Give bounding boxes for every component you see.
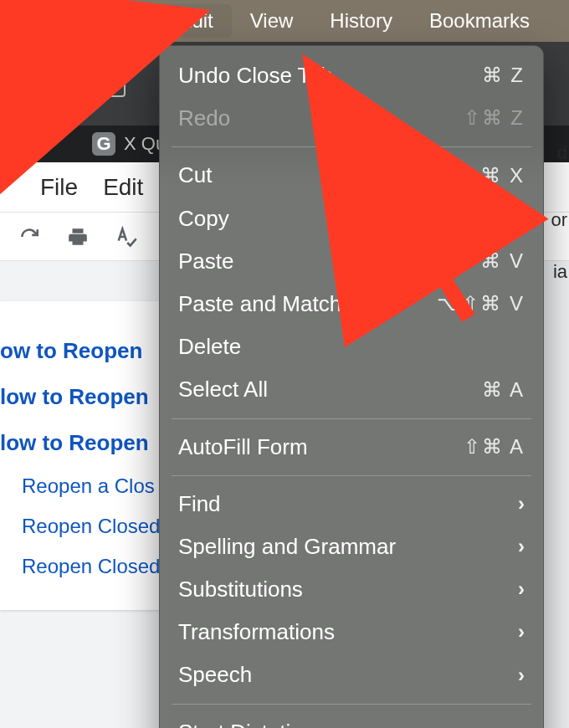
menu-file[interactable]: File — [91, 4, 161, 38]
menu-item-label: Find — [178, 491, 221, 517]
menu-shortcut: ⇧⌘ Z — [464, 106, 525, 131]
menu-item-delete[interactable]: Delete — [160, 326, 543, 368]
chevron-right-icon: › — [518, 620, 525, 644]
menu-item-label: Start Dictation… — [178, 720, 336, 728]
menu-separator — [172, 704, 531, 705]
menu-shortcut: ⌘ Z — [482, 64, 525, 88]
menu-shortcut: ⇧⌘ A — [464, 435, 525, 459]
menu-item-label: Transformations — [178, 619, 335, 645]
menu-item-label: Delete — [178, 334, 241, 360]
tab-a[interactable]: C — [0, 126, 47, 162]
menu-history[interactable]: History — [311, 4, 411, 38]
menu-item-select-all[interactable]: Select All⌘ A — [160, 368, 543, 411]
menu-bookmarks[interactable]: Bookmarks — [411, 4, 548, 38]
edit-menu-dropdown: Undo Close Tab⌘ ZRedo⇧⌘ ZCut⌘ XCopy⌘ CPa… — [159, 45, 544, 728]
menu-item-label: AutoFill Form — [178, 434, 308, 460]
menu-item-spelling-and-grammar[interactable]: Spelling and Grammar› — [160, 525, 543, 568]
menu-item-start-dictation[interactable]: Start Dictation… — [160, 711, 543, 728]
minimize-window-icon[interactable] — [38, 74, 57, 93]
menu-item-transformations[interactable]: Transformations› — [160, 611, 543, 654]
menu-item-undo-close-tab[interactable]: Undo Close Tab⌘ Z — [160, 54, 543, 97]
menu-separator — [172, 475, 531, 476]
menu-item-label: Paste and Match Style — [178, 291, 396, 317]
clipped-text: d — [557, 142, 567, 164]
app-name: Safari — [5, 4, 91, 38]
favicon-icon: C — [12, 132, 35, 156]
menu-item-speech[interactable]: Speech› — [160, 654, 543, 696]
menu-shortcut: ⌘ X — [480, 164, 525, 188]
menu-item-label: Cut — [178, 162, 212, 188]
chevron-right-icon: › — [518, 492, 525, 516]
menu-shortcut: ⌥⇧⌘ V — [437, 292, 525, 316]
menu-shortcut: ⌘ V — [480, 249, 525, 274]
spellcheck-icon[interactable] — [114, 224, 139, 249]
menu-item-paste-and-match-style[interactable]: Paste and Match Style⌥⇧⌘ V — [160, 283, 543, 326]
menu-item-label: Spelling and Grammar — [178, 534, 396, 560]
menu-shortcut: ⌘ C — [479, 207, 525, 231]
menu-item-paste[interactable]: Paste⌘ V — [160, 240, 543, 283]
chevron-right-icon: › — [518, 577, 525, 602]
menu-view[interactable]: View — [232, 4, 312, 38]
menu-item-label: Substitutions — [178, 577, 303, 602]
menu-item-substitutions[interactable]: Substitutions› — [160, 568, 543, 611]
menu-item-label: Copy — [178, 206, 229, 232]
menu-item-label: Speech — [178, 662, 252, 688]
doc-menu-file[interactable]: File — [40, 174, 78, 201]
doc-menu-edit[interactable]: Edit — [103, 174, 143, 201]
sidebar-toggle-icon[interactable] — [90, 70, 126, 97]
chevron-right-icon: › — [518, 535, 525, 559]
clipped-text: or — [551, 209, 567, 231]
menu-item-label: Paste — [178, 249, 234, 274]
menu-item-autofill-form[interactable]: AutoFill Form⇧⌘ A — [160, 426, 543, 469]
chevron-right-icon: › — [518, 664, 525, 688]
mac-menubar: Safari File Edit View History Bookmarks — [0, 0, 569, 42]
print-icon[interactable] — [65, 224, 90, 249]
menu-shortcut: ⌘ A — [482, 378, 525, 402]
favicon-icon: G — [92, 132, 115, 156]
menu-item-cut[interactable]: Cut⌘ X — [160, 154, 543, 197]
menu-item-redo: Redo⇧⌘ Z — [160, 97, 543, 140]
menu-item-find[interactable]: Find› — [160, 483, 543, 525]
redo-icon[interactable] — [17, 224, 42, 249]
menu-item-copy[interactable]: Copy⌘ C — [160, 197, 543, 240]
clipped-text: ia — [553, 261, 567, 283]
window-controls[interactable] — [8, 74, 57, 93]
menu-separator — [172, 418, 531, 419]
menu-item-label: Redo — [178, 105, 230, 131]
menu-item-label: Undo Close Tab — [178, 63, 333, 89]
close-window-icon[interactable] — [8, 74, 27, 93]
menu-edit[interactable]: Edit — [160, 4, 231, 38]
menu-separator — [172, 146, 531, 147]
menu-item-label: Select All — [178, 377, 268, 402]
